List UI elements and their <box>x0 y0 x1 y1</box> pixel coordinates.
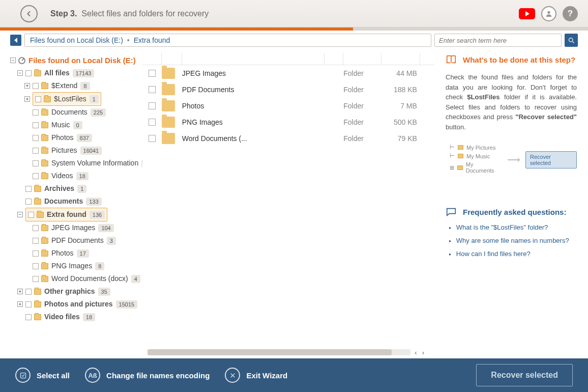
sidebar-tree: −Files found on Local Disk (E:) −All fil… <box>0 50 142 357</box>
folder-icon <box>162 84 175 95</box>
header: Step 3. Select files and folders for rec… <box>0 0 588 27</box>
exit-wizard-button[interactable]: Exit Wizard <box>225 368 287 383</box>
folder-icon <box>162 100 175 111</box>
file-name: PNG Images <box>182 118 325 126</box>
encoding-icon: Aß <box>85 368 100 383</box>
close-icon <box>229 372 237 379</box>
search-input[interactable] <box>434 34 562 47</box>
select-all-button[interactable]: Select all <box>15 368 70 383</box>
file-row[interactable]: Word Documents (...Folder79 KB <box>142 130 434 147</box>
row-checkbox[interactable] <box>149 135 156 142</box>
help-title: What's to be done at this step? <box>446 54 577 65</box>
help-panel: What's to be done at this step? Check th… <box>434 50 588 357</box>
tree-item[interactable]: System Volume Information2 <box>10 157 140 170</box>
file-type: Folder <box>343 118 381 126</box>
footer: Select all Aß Change file names encoding… <box>0 358 588 392</box>
book-icon <box>446 54 457 65</box>
faq-link[interactable]: Why are some file names in numbers? <box>446 237 577 246</box>
progress-bar <box>0 27 588 31</box>
tree-photos-pictures[interactable]: +Photos and pictures15015 <box>10 298 140 311</box>
tree-extra-found[interactable]: −Extra found136 <box>10 208 140 221</box>
youtube-icon[interactable] <box>519 8 535 19</box>
tree-item[interactable]: Videos18 <box>10 170 140 182</box>
svg-point-0 <box>547 11 550 13</box>
file-type: Folder <box>343 69 381 77</box>
chat-icon <box>446 206 457 217</box>
faq-title: Frequently asked questions: <box>446 206 577 217</box>
scroll-left-icon[interactable]: ‹ <box>415 349 417 356</box>
help-button[interactable]: ? <box>563 6 578 21</box>
breadcrumb[interactable]: Files found on Local Disk (E:)•Extra fou… <box>24 34 431 47</box>
checkbox-icon <box>19 372 27 379</box>
file-name: JPEG Images <box>182 69 325 77</box>
folder-icon <box>162 133 175 144</box>
change-encoding-button[interactable]: Aß Change file names encoding <box>85 368 210 383</box>
tree-video-files[interactable]: Video files18 <box>10 311 140 323</box>
file-name: Photos <box>182 102 325 110</box>
tree-lostfiles[interactable]: +$LostFiles1 <box>10 92 140 106</box>
file-size: 7 MB <box>381 102 420 110</box>
help-illustration: ⊢My Pictures ⊢My Music ⊞My Documents ⟶ R… <box>450 144 577 176</box>
row-checkbox[interactable] <box>149 70 156 77</box>
faq-link[interactable]: How can I find files here? <box>446 250 577 259</box>
faq-link[interactable]: What is the "$LostFiles" folder? <box>446 223 577 233</box>
breadcrumb-row: Files found on Local Disk (E:)•Extra fou… <box>0 31 588 50</box>
file-list: JPEG ImagesFolder44 MBPDF DocumentsFolde… <box>142 50 434 357</box>
file-size: 500 KB <box>381 118 420 126</box>
folder-icon <box>162 68 175 79</box>
account-button[interactable] <box>541 6 556 21</box>
svg-point-1 <box>569 38 573 42</box>
row-checkbox[interactable] <box>149 102 156 109</box>
tree-documents[interactable]: Documents133 <box>10 195 140 208</box>
file-name: Word Documents (... <box>182 134 325 143</box>
horizontal-scrollbar[interactable]: ‹› <box>148 348 424 356</box>
tree-item[interactable]: Documents225 <box>10 106 140 119</box>
tree-item[interactable]: Photos17 <box>10 247 140 260</box>
file-row[interactable]: PhotosFolder7 MB <box>142 98 434 114</box>
row-checkbox[interactable] <box>149 119 156 126</box>
tree-root[interactable]: −Files found on Local Disk (E:) <box>10 54 140 67</box>
tree-other-graphics[interactable]: +Other graphics35 <box>10 285 140 298</box>
breadcrumb-back-button[interactable] <box>10 35 21 46</box>
tree-item[interactable]: Music0 <box>10 119 140 131</box>
tree-item[interactable]: +$Extend8 <box>10 79 140 92</box>
svg-rect-2 <box>20 373 25 378</box>
arrow-left-icon <box>25 10 33 18</box>
illus-recover-button: Recover selected <box>525 151 577 169</box>
tree-item[interactable]: Photos837 <box>10 131 140 144</box>
file-row[interactable]: PDF DocumentsFolder188 KB <box>142 81 434 98</box>
file-row[interactable]: JPEG ImagesFolder44 MB <box>142 65 434 81</box>
list-header <box>142 53 434 65</box>
file-size: 79 KB <box>381 134 420 143</box>
folder-icon <box>162 117 175 128</box>
file-row[interactable]: PNG ImagesFolder500 KB <box>142 114 434 130</box>
help-text: Check the found files and folders for th… <box>446 72 577 132</box>
file-name: PDF Documents <box>182 86 325 94</box>
page-title: Step 3. Select files and folders for rec… <box>50 9 209 18</box>
file-size: 188 KB <box>381 86 420 94</box>
arrow-right-icon: ⟶ <box>507 154 520 165</box>
tree-item[interactable]: Pictures16041 <box>10 144 140 157</box>
back-button[interactable] <box>20 5 38 22</box>
tree-item[interactable]: PNG Images8 <box>10 260 140 272</box>
scroll-right-icon[interactable]: › <box>422 349 424 356</box>
recover-selected-button[interactable]: Recover selected <box>476 364 573 386</box>
tree-item[interactable]: Word Documents (docx)4 <box>10 272 140 285</box>
tree-all-files[interactable]: −All files17143 <box>10 67 140 79</box>
file-type: Folder <box>343 86 381 94</box>
file-type: Folder <box>343 102 381 110</box>
file-size: 44 MB <box>381 69 420 77</box>
user-icon <box>545 10 553 18</box>
tree-item[interactable]: PDF Documents3 <box>10 234 140 247</box>
tree-archives[interactable]: Archives1 <box>10 182 140 195</box>
row-checkbox[interactable] <box>149 86 156 93</box>
file-type: Folder <box>343 134 381 143</box>
tree-item[interactable]: JPEG Images104 <box>10 221 140 234</box>
search-button[interactable] <box>565 34 578 47</box>
search-icon <box>568 37 575 44</box>
